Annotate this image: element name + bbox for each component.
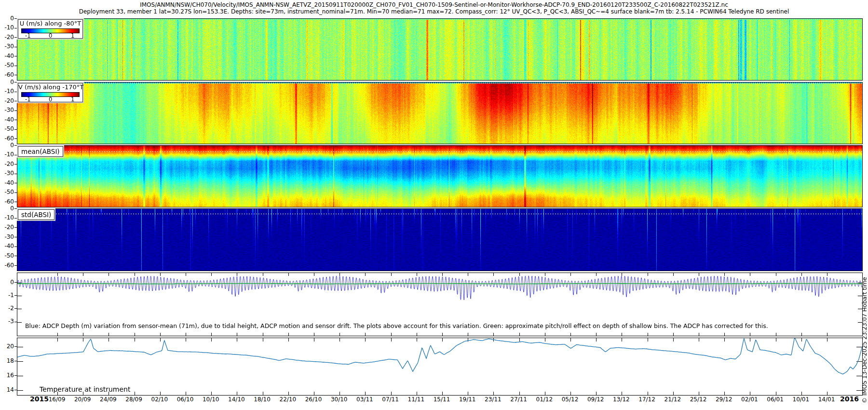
x-tick-label: 29/12 — [711, 396, 737, 403]
std-absi-legend: std(ABSI) — [18, 209, 54, 220]
std-absi-heatmap — [17, 208, 863, 271]
y-tick-mark — [14, 375, 17, 376]
x-tick-label: 14/10 — [223, 396, 249, 403]
y-tick-mark — [14, 155, 17, 155]
y-tick-label: -60 — [1, 136, 14, 142]
figure-title: IMOS/ANMN/NSW/CH070/Velocity/IMOS_ANMN-N… — [0, 1, 868, 8]
y-tick-label: -1 — [1, 292, 14, 299]
x-tick-label: 25/12 — [685, 396, 711, 403]
x-tick-label: 10/10 — [198, 396, 224, 403]
y-tick-mark — [14, 129, 17, 130]
y-tick-label: -10 — [1, 88, 14, 95]
mean-absi-legend-title: mean(ABSI) — [21, 148, 60, 155]
temperature-plot-label: Temperature at instrument — [40, 385, 130, 393]
y-tick-label: -10 — [1, 25, 14, 31]
x-tick-label: 06/10 — [172, 396, 198, 403]
y-tick-mark — [14, 164, 17, 164]
y-tick-label: -50 — [1, 126, 14, 132]
y-tick-label: -50 — [1, 62, 14, 68]
y-tick-mark — [14, 237, 17, 237]
y-tick-mark — [14, 346, 17, 347]
y-tick-label: 16 — [1, 372, 14, 379]
y-tick-label: -60 — [1, 199, 14, 205]
y-tick-mark — [14, 208, 17, 209]
y-tick-label: -60 — [1, 262, 14, 269]
y-tick-mark — [14, 361, 17, 361]
y-tick-mark — [14, 227, 17, 228]
u-colorbar-tick-mid: 0 — [49, 32, 52, 39]
y-tick-label: 0 — [1, 142, 14, 149]
y-tick-label: 0 — [1, 79, 14, 85]
y-tick-mark — [14, 183, 17, 183]
v-velocity-heatmap — [17, 82, 863, 144]
x-tick-label: 30/10 — [326, 396, 352, 403]
x-tick-label: 21/12 — [660, 396, 686, 403]
std-absi-legend-title: std(ABSI) — [21, 211, 51, 219]
y-tick-mark — [14, 295, 17, 296]
y-tick-mark — [14, 110, 17, 111]
y-tick-mark — [14, 174, 17, 174]
x-tick-label: 22/10 — [275, 396, 301, 403]
x-tick-label: 20/09 — [69, 396, 95, 403]
year-label-end: 2016 — [840, 395, 859, 403]
y-tick-mark — [14, 28, 17, 28]
y-tick-label: 20 — [1, 343, 14, 350]
y-tick-label: -40 — [1, 180, 14, 186]
mean-absi-legend: mean(ABSI) — [18, 146, 63, 157]
v-colorbar-tick-mid: 0 — [49, 96, 52, 103]
x-tick-label: 05/12 — [557, 396, 583, 403]
y-tick-mark — [14, 322, 17, 322]
x-tick-label: 07/11 — [378, 396, 404, 403]
x-tick-label: 28/09 — [121, 396, 147, 403]
u-legend: U (m/s) along -80°T -1 0 1 — [18, 19, 83, 39]
v-colorbar-tick-max: 1 — [71, 96, 74, 103]
y-tick-label: 0 — [1, 15, 14, 22]
y-tick-mark — [14, 265, 17, 266]
y-tick-label: -40 — [1, 243, 14, 249]
y-tick-mark — [14, 256, 17, 256]
y-tick-label: -30 — [1, 107, 14, 113]
x-tick-label: 01/12 — [531, 396, 557, 403]
x-tick-label: 09/12 — [583, 396, 609, 403]
x-tick-label: 02/01 — [736, 396, 762, 403]
x-tick-label: 24/09 — [95, 396, 121, 403]
y-tick-mark — [14, 56, 17, 56]
y-tick-label: 18 — [1, 358, 14, 364]
v-legend: V (m/s) along -170°T -1 0 1 — [18, 83, 83, 102]
u-velocity-heatmap — [17, 18, 863, 81]
temperature-plot — [17, 338, 863, 396]
x-tick-label: 26/10 — [300, 396, 326, 403]
y-tick-label: -60 — [1, 72, 14, 78]
y-tick-label: -10 — [1, 215, 14, 221]
y-tick-label: -30 — [1, 234, 14, 240]
x-tick-label: 17/12 — [634, 396, 660, 403]
x-tick-label: 18/10 — [249, 396, 275, 403]
y-tick-label: -3 — [1, 318, 14, 325]
y-tick-label: -40 — [1, 53, 14, 59]
y-tick-mark — [14, 246, 17, 247]
x-tick-label: 11/11 — [403, 396, 429, 403]
x-tick-label: 13/12 — [608, 396, 634, 403]
imos-watermark: © IMOS 13-Dec-2025 23:23:07 Hobart time — [861, 227, 868, 403]
y-tick-mark — [14, 282, 17, 283]
y-tick-mark — [14, 47, 17, 47]
y-tick-mark — [14, 192, 17, 193]
y-tick-label: -40 — [1, 117, 14, 123]
u-legend-title: U (m/s) along -80°T — [18, 20, 82, 27]
y-tick-mark — [14, 145, 17, 146]
x-tick-label: 19/11 — [454, 396, 480, 403]
figure-subtitle: Deployment 33, member 1 lat=30.27S lon=1… — [0, 8, 868, 15]
x-tick-label: 03/11 — [352, 396, 378, 403]
y-tick-label: -30 — [1, 43, 14, 50]
y-tick-mark — [14, 138, 17, 139]
x-tick-label: 27/11 — [506, 396, 532, 403]
y-tick-label: -2 — [1, 305, 14, 312]
y-tick-label: 0 — [1, 279, 14, 286]
v-colorbar-tick-min: -1 — [25, 96, 30, 103]
y-tick-label: 14 — [1, 387, 14, 393]
y-tick-mark — [14, 82, 17, 82]
y-tick-mark — [14, 390, 17, 390]
y-tick-label: -20 — [1, 161, 14, 167]
y-tick-mark — [14, 218, 17, 219]
x-tick-label: 23/11 — [480, 396, 506, 403]
